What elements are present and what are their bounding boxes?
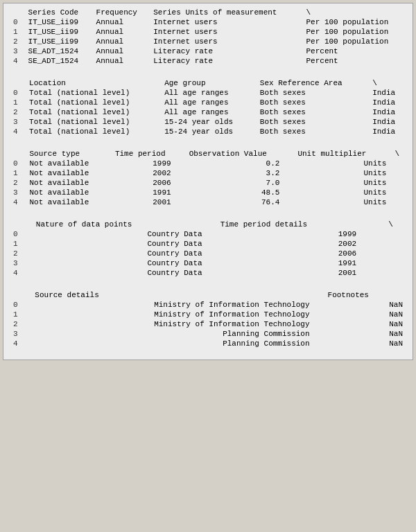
table-row: 0 Not available 1999 0.2 Units — [9, 159, 407, 168]
location: Total (national level) — [25, 107, 160, 117]
table-row: 2 Ministry of Information Technology NaN — [9, 319, 407, 329]
row-index: 3 — [9, 46, 24, 56]
row-index: 4 — [9, 268, 32, 278]
nature-of-data: Country Data — [32, 258, 216, 268]
row-index: 4 — [9, 197, 25, 207]
table-row: 3 Planning Commission NaN — [9, 329, 407, 339]
time-period: 2001 — [111, 197, 185, 207]
source-type: Not available — [25, 197, 110, 207]
age-group: All age ranges — [160, 107, 256, 117]
row-index: 3 — [9, 258, 32, 268]
time-period-details: 2001 — [216, 268, 385, 278]
table-row: 4 Planning Commission NaN — [9, 339, 407, 348]
location: Total (national level) — [25, 98, 160, 107]
row-index: 1 — [9, 168, 25, 178]
table3-col-period: Time period — [111, 149, 185, 159]
time-period: 2006 — [111, 178, 185, 188]
measurement: Per 100 population — [302, 27, 407, 37]
table-row: 1 Country Data 2002 — [9, 239, 407, 249]
table4-col-index — [9, 220, 32, 229]
row-index: 1 — [9, 27, 24, 37]
frequency: Annual — [92, 17, 150, 27]
nature-of-data: Country Data — [32, 268, 216, 278]
table2-section: Location Age group Sex Reference Area \ … — [9, 78, 407, 136]
table-row: 4 Country Data 2001 — [9, 268, 407, 278]
table5-col-footnotes: Footnotes — [324, 290, 407, 300]
row-index: 1 — [9, 310, 31, 319]
row-index: 4 — [9, 56, 24, 66]
table-row: 0 Total (national level) All age ranges … — [9, 88, 407, 98]
footnotes: NaN — [324, 319, 407, 329]
reference-area: India — [368, 88, 407, 98]
row-index: 2 — [9, 37, 24, 46]
table4-col-nature: Nature of data points — [32, 220, 216, 229]
table2-col-age: Age group — [160, 78, 256, 88]
unit-label: Internet users — [149, 17, 302, 27]
reference-area: India — [368, 117, 407, 127]
table4: Nature of data points Time period detail… — [9, 220, 407, 278]
unit-label: Internet users — [149, 27, 302, 37]
table1-col-freq: Frequency — [92, 8, 150, 17]
reference-area: India — [368, 107, 407, 117]
age-group: All age ranges — [160, 98, 256, 107]
time-period: 2002 — [111, 168, 185, 178]
time-period-details: 1999 — [216, 229, 385, 239]
row-index: 2 — [9, 107, 25, 117]
table1: Series Code Frequency Series Units of me… — [9, 8, 407, 66]
table-row: 2 Country Data 2006 — [9, 249, 407, 258]
table1-col-code: Series Code — [24, 8, 92, 17]
row-index: 4 — [9, 127, 25, 136]
table3-col-slash: \ — [390, 149, 407, 159]
table3-col-index — [9, 149, 25, 159]
time-period: 1991 — [111, 188, 185, 197]
nature-of-data: Country Data — [32, 239, 216, 249]
frequency: Annual — [92, 56, 150, 66]
location: Total (national level) — [25, 127, 160, 136]
table1-col-unit: Series Units of measurement — [149, 8, 302, 17]
table-row: 1 Ministry of Information Technology NaN — [9, 310, 407, 319]
source-type: Not available — [25, 159, 110, 168]
row-index: 3 — [9, 329, 31, 339]
time-period-details: 2002 — [216, 239, 385, 249]
time-period: 1999 — [111, 159, 185, 168]
sex: Both sexes — [256, 127, 368, 136]
table1-col-index — [9, 8, 24, 17]
row-index: 2 — [9, 249, 32, 258]
table-row: 0 IT_USE_ii99 Annual Internet users Per … — [9, 17, 407, 27]
observation-value: 0.2 — [185, 159, 294, 168]
table5-col-source: Source details — [31, 290, 323, 300]
footnotes: NaN — [324, 329, 407, 339]
table-row: 1 Not available 2002 3.2 Units — [9, 168, 407, 178]
unit-multiplier: Units — [293, 188, 390, 197]
table4-col-slash: \ — [384, 220, 407, 229]
age-group: All age ranges — [160, 88, 256, 98]
row-index: 0 — [9, 159, 25, 168]
unit-multiplier: Units — [293, 168, 390, 178]
table2-col-location: Location — [25, 78, 160, 88]
row-index: 1 — [9, 239, 32, 249]
table3-col-multiplier: Unit multiplier — [293, 149, 390, 159]
time-period-details: 1991 — [216, 258, 385, 268]
unit-label: Internet users — [149, 37, 302, 46]
row-index: 2 — [9, 178, 25, 188]
table-row: 2 Total (national level) All age ranges … — [9, 107, 407, 117]
measurement: Percent — [302, 46, 407, 56]
table2-col-slash: \ — [368, 78, 407, 88]
row-index: 3 — [9, 188, 25, 197]
source-type: Not available — [25, 188, 110, 197]
table3-section: Source type Time period Observation Valu… — [9, 149, 407, 207]
table5-col-index — [9, 290, 31, 300]
row-index: 2 — [9, 319, 31, 329]
sex: Both sexes — [256, 98, 368, 107]
reference-area: India — [368, 98, 407, 107]
table-row: 1 Total (national level) All age ranges … — [9, 98, 407, 107]
measurement: Per 100 population — [302, 17, 407, 27]
row-index: 4 — [9, 339, 31, 348]
source-details: Planning Commission — [31, 329, 323, 339]
sex: Both sexes — [256, 88, 368, 98]
table-row: 0 Ministry of Information Technology NaN — [9, 300, 407, 310]
frequency: Annual — [92, 27, 150, 37]
row-index: 1 — [9, 98, 25, 107]
location: Total (national level) — [25, 117, 160, 127]
age-group: 15-24 year olds — [160, 117, 256, 127]
